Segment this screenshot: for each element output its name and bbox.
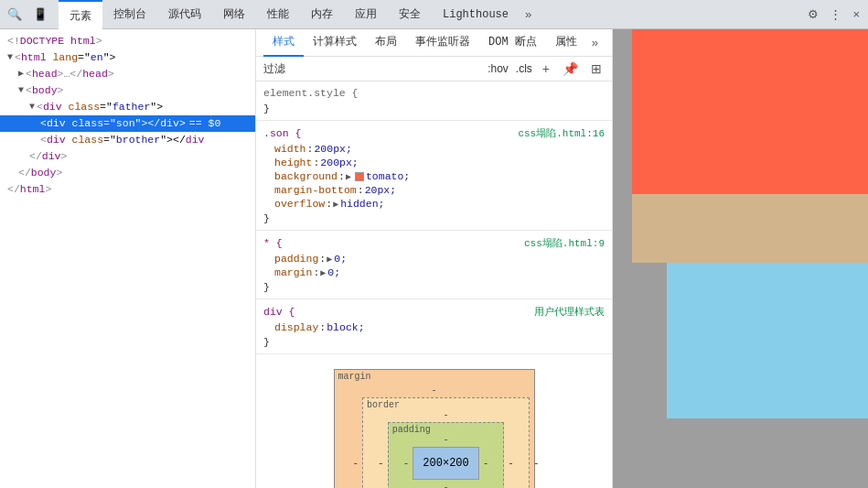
filter-buttons: :hov .cls + 📌 ⊞: [488, 60, 605, 77]
padding-arrow[interactable]: ▶: [327, 254, 332, 265]
css-file-ref-universal[interactable]: css塌陷.html:9: [524, 236, 605, 250]
tab-memory[interactable]: 内存: [300, 0, 344, 29]
css-selector-div[interactable]: div {: [263, 306, 295, 318]
margin-sides: - border - - padding: [349, 397, 520, 488]
border-top-value[interactable]: -: [443, 409, 449, 420]
border-label: border: [367, 400, 400, 410]
css-property-width[interactable]: width: 200px;: [256, 142, 612, 156]
css-close-brace-son: }: [256, 211, 612, 226]
device-icon[interactable]: 📱: [29, 5, 51, 23]
box-content-size[interactable]: 200×200: [413, 447, 478, 480]
padding-top-value[interactable]: -: [443, 434, 449, 445]
tab-properties[interactable]: 属性: [546, 29, 586, 57]
main-content: <!DOCTYPE html> ▼ <html lang="en"> ▶ <he…: [0, 29, 868, 488]
padding-label: padding: [392, 425, 431, 435]
triangle-icon: ▼: [7, 50, 13, 65]
tab-performance[interactable]: 性能: [256, 0, 300, 29]
padding-bottom-value[interactable]: -: [443, 482, 449, 488]
css-file-ref-son[interactable]: css塌陷.html:16: [518, 126, 605, 140]
triangle-icon: ▼: [18, 83, 24, 98]
css-rule-element-style: element.style { }: [256, 81, 612, 121]
tab-event-listeners[interactable]: 事件监听器: [406, 29, 479, 57]
padding-right-value[interactable]: -: [479, 458, 493, 469]
css-selector-element[interactable]: element.style {: [263, 87, 359, 99]
tab-security[interactable]: 安全: [388, 0, 432, 29]
html-line-html[interactable]: ▼ <html lang="en">: [0, 49, 255, 66]
tab-dom-breakpoints[interactable]: DOM 断点: [479, 29, 546, 57]
border-sides: - padding - -: [374, 422, 518, 488]
tab-styles[interactable]: 样式: [263, 29, 304, 57]
more-button[interactable]: ⋮: [825, 5, 846, 23]
border-left-value[interactable]: -: [374, 458, 388, 469]
tab-sources[interactable]: 源代码: [157, 0, 212, 29]
css-property-background[interactable]: background: ▶ tomato;: [256, 169, 612, 183]
overflow-arrow[interactable]: ▶: [333, 199, 338, 210]
tab-computed[interactable]: 计算样式: [304, 29, 366, 57]
css-rule-div-header: div { 用户代理样式表: [256, 303, 612, 320]
filter-label: 过滤: [263, 61, 285, 77]
secondary-tab-overflow[interactable]: »: [586, 34, 604, 51]
tab-overflow-button[interactable]: »: [520, 5, 537, 23]
filter-bar: 过滤 :hov .cls + 📌 ⊞: [256, 57, 612, 81]
css-property-padding[interactable]: padding: ▶ 0;: [256, 252, 612, 266]
tab-layout[interactable]: 布局: [366, 29, 406, 57]
pin-button[interactable]: 📌: [560, 60, 581, 77]
tab-action-group: ⚙ ⋮ ×: [803, 5, 864, 23]
html-line-father[interactable]: ▼ <div class="father">: [0, 99, 255, 115]
tab-console[interactable]: 控制台: [102, 0, 157, 29]
inspect-icon[interactable]: 🔍: [4, 5, 26, 23]
settings-button[interactable]: ⚙: [803, 5, 823, 23]
css-close-brace-universal: }: [256, 279, 612, 295]
close-button[interactable]: ×: [848, 5, 864, 23]
margin-left-value[interactable]: -: [349, 458, 363, 469]
html-line-close-div[interactable]: </div>: [0, 148, 255, 165]
css-rule-universal-header: * { css塌陷.html:9: [256, 234, 612, 252]
margin-top-value[interactable]: -: [431, 385, 437, 396]
tab-network[interactable]: 网络: [212, 0, 256, 29]
margin-label: margin: [338, 372, 371, 382]
html-line-doctype[interactable]: <!DOCTYPE html>: [0, 33, 255, 49]
html-line-brother[interactable]: <div class="brother"></div: [0, 132, 255, 148]
right-panel: 样式 计算样式 布局 事件监听器 DOM 断点 属性 »: [256, 29, 868, 488]
css-property-margin[interactable]: margin: ▶ 0;: [256, 266, 612, 279]
expand-button[interactable]: ⊞: [588, 60, 605, 77]
css-close-brace-div: }: [256, 334, 612, 350]
css-property-height[interactable]: height: 200px;: [256, 156, 612, 169]
tab-application[interactable]: 应用: [344, 0, 388, 29]
border-right-value[interactable]: -: [504, 458, 518, 469]
html-line-close-html[interactable]: </html>: [0, 181, 255, 198]
color-swatch-arrow[interactable]: ▶: [346, 171, 351, 182]
cls-button[interactable]: .cls: [516, 62, 532, 75]
css-rule-div: div { 用户代理样式表 display: block; }: [256, 299, 612, 354]
margin-right-value[interactable]: -: [530, 458, 543, 469]
css-selector-universal[interactable]: * {: [263, 237, 283, 249]
css-property-overflow[interactable]: overflow: ▶ hidden;: [256, 197, 612, 211]
triangle-icon: ▶: [18, 67, 24, 81]
color-swatch[interactable]: [355, 172, 364, 181]
css-property-margin-bottom[interactable]: margin-bottom: 20px;: [256, 183, 612, 197]
add-rule-button[interactable]: +: [540, 60, 552, 77]
tab-elements[interactable]: 元素: [59, 0, 102, 29]
css-selector-son[interactable]: .son {: [263, 127, 301, 139]
box-model: margin - - border -: [334, 369, 535, 488]
box-model-section: margin - - border -: [256, 354, 612, 488]
hov-button[interactable]: :hov: [488, 62, 509, 75]
css-file-ref-div[interactable]: 用户代理样式表: [534, 305, 605, 319]
margin-arrow[interactable]: ▶: [320, 267, 326, 278]
css-rule-son-header: .son { css塌陷.html:16: [256, 125, 612, 142]
padding-sides: - 200×200 -: [400, 447, 493, 480]
html-line-body[interactable]: ▼ <body>: [0, 82, 255, 99]
preview-tan-box: [632, 194, 868, 263]
preview-lightblue-box: [667, 263, 868, 418]
secondary-tab-bar: 样式 计算样式 布局 事件监听器 DOM 断点 属性 »: [256, 29, 612, 57]
tab-icon-group: 🔍 📱: [4, 5, 51, 23]
preview-tomato-box: [632, 29, 868, 194]
html-line-close-body[interactable]: </body>: [0, 165, 255, 181]
box-padding: padding - - 200×200: [388, 422, 505, 488]
html-line-head[interactable]: ▶ <head>…</head>: [0, 66, 255, 82]
tab-lighthouse[interactable]: Lighthouse: [432, 0, 520, 29]
html-line-son[interactable]: <div class="son"></div> == $0: [0, 115, 255, 132]
padding-left-value[interactable]: -: [400, 458, 413, 469]
css-property-display[interactable]: display: block;: [256, 320, 612, 334]
css-close-brace: }: [256, 101, 612, 116]
